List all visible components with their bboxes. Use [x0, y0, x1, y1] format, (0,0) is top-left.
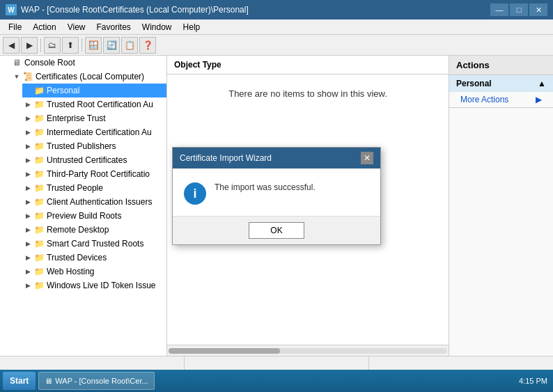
ok-button[interactable]: OK [249, 222, 304, 239]
info-icon: i [184, 182, 206, 205]
folder-icon-third-party: 📁 [33, 168, 45, 180]
expander-intermediate: ▶ [22, 127, 33, 138]
tree-item-personal[interactable]: 📁 Personal [22, 84, 166, 97]
tree-item-trusted-devices[interactable]: ▶ 📁 Trusted Devices [22, 251, 166, 265]
taskbar-app-icon: 🖥 [45, 377, 52, 385]
tree-item-smart-card[interactable]: ▶ 📁 Smart Card Trusted Roots [22, 237, 166, 251]
taskbar-time: 4:15 PM [519, 377, 547, 385]
modal-close-button[interactable]: ✕ [361, 152, 373, 164]
computer-icon: 🖥 [11, 57, 22, 68]
menu-file[interactable]: File [3, 21, 27, 33]
help-button[interactable]: ❓ [139, 37, 156, 54]
up-button[interactable]: ⬆ [62, 37, 79, 54]
actions-section-header-personal[interactable]: Personal ▲ [449, 75, 553, 92]
actions-panel: Actions Personal ▲ More Actions ▶ [449, 56, 553, 356]
tree-label-personal: Personal [47, 86, 79, 95]
taskbar: Start 🖥 WAP - [Console Root\Cer... 4:15 … [0, 370, 553, 392]
tree-item-trusted-publishers[interactable]: ▶ 📁 Trusted Publishers [22, 139, 166, 153]
scrollbar-track[interactable] [169, 348, 447, 354]
folder-icon-enterprise: 📁 [33, 113, 45, 124]
empty-message: There are no items to show in this view. [228, 88, 387, 99]
expander-untrusted: ▶ [22, 155, 33, 166]
tree-item-third-party[interactable]: ▶ 📁 Third-Party Root Certificatio [22, 167, 166, 181]
tree-label-console-root: Console Root [24, 58, 75, 68]
maximize-button[interactable]: □ [510, 3, 528, 16]
expander-trusted-devices: ▶ [22, 252, 33, 263]
tree-label-trusted-root: Trusted Root Certification Au [47, 100, 153, 109]
taskbar-app-wap[interactable]: 🖥 WAP - [Console Root\Cer... [38, 372, 154, 390]
tree-item-untrusted[interactable]: ▶ 📁 Untrusted Certificates [22, 153, 166, 167]
tree-label-trusted-people: Trusted People [47, 183, 103, 193]
status-section-1 [0, 356, 185, 370]
menu-help[interactable]: Help [178, 21, 206, 33]
forward-button[interactable]: ▶ [21, 37, 38, 54]
folder-icon-trusted-root: 📁 [33, 99, 45, 110]
start-button[interactable]: Start [3, 372, 36, 390]
tree-label-windows-live: Windows Live ID Token Issue [47, 281, 156, 290]
folder-icon-trusted-devices: 📁 [33, 252, 45, 263]
tree-item-certificates[interactable]: ▼ 📜 Certificates (Local Computer) [11, 70, 166, 84]
action-item-more-actions[interactable]: More Actions ▶ [449, 92, 553, 107]
folder-icon-windows-live: 📁 [33, 280, 45, 291]
tree-children-root: ▼ 📜 Certificates (Local Computer) 📁 Pers… [0, 70, 166, 292]
actions-section-personal: Personal ▲ More Actions ▶ [449, 75, 553, 108]
toolbar-separator-1 [40, 38, 41, 52]
tree-label-web-hosting: Web Hosting [47, 267, 94, 276]
menu-window[interactable]: Window [137, 21, 178, 33]
tree-item-enterprise-trust[interactable]: ▶ 📁 Enterprise Trust [22, 111, 166, 125]
status-section-3 [369, 356, 553, 370]
tree-item-intermediate[interactable]: ▶ 📁 Intermediate Certification Au [22, 125, 166, 139]
close-button[interactable]: ✕ [529, 3, 547, 16]
toolbar: ◀ ▶ 🗂 ⬆ 🪟 🔄 📋 ❓ [0, 35, 553, 56]
tree-label-publishers: Trusted Publishers [47, 141, 116, 151]
title-bar: W WAP - [Console Root\Certificates (Loca… [0, 0, 553, 19]
tree-label-remote-desktop: Remote Desktop [47, 225, 109, 235]
modal-footer: OK [173, 216, 380, 244]
window-controls: — □ ✕ [490, 3, 547, 16]
certificate-import-wizard-dialog: Certificate Import Wizard ✕ i The import… [172, 147, 381, 245]
refresh-button[interactable]: 🔄 [103, 37, 120, 54]
expander-client-auth: ▶ [22, 196, 33, 207]
status-bar [0, 356, 553, 370]
menu-view[interactable]: View [62, 21, 91, 33]
app-icon: W [6, 4, 17, 15]
tree-item-preview-build[interactable]: ▶ 📁 Preview Build Roots [22, 209, 166, 223]
tree-item-remote-desktop[interactable]: ▶ 📁 Remote Desktop [22, 223, 166, 237]
horizontal-scrollbar[interactable] [167, 345, 449, 356]
expander-certs: ▼ [11, 71, 22, 82]
tree-label-preview-build: Preview Build Roots [47, 211, 121, 221]
show-hide-console-tree[interactable]: 🗂 [44, 37, 61, 54]
modal-title: Certificate Import Wizard [180, 153, 272, 163]
menu-favorites[interactable]: Favorites [91, 21, 137, 33]
tree-panel[interactable]: 🖥 Console Root ▼ 📜 Certificates (Local C… [0, 56, 167, 356]
tree-label-certificates: Certificates (Local Computer) [36, 72, 144, 81]
tree-label-client-auth: Client Authentication Issuers [47, 197, 152, 207]
menu-action[interactable]: Action [27, 21, 61, 33]
folder-icon-publishers: 📁 [33, 141, 45, 152]
tree-item-windows-live[interactable]: ▶ 📁 Windows Live ID Token Issue [22, 279, 166, 292]
folder-icon-remote-desktop: 📁 [33, 224, 45, 235]
folder-icon-personal: 📁 [33, 85, 45, 96]
folder-icon-preview-build: 📁 [33, 210, 45, 221]
tree-item-web-hosting[interactable]: ▶ 📁 Web Hosting [22, 265, 166, 279]
tree-item-trusted-people[interactable]: ▶ 📁 Trusted People [22, 181, 166, 195]
taskbar-right: 4:15 PM [519, 377, 550, 385]
start-label: Start [10, 376, 29, 386]
toolbar-separator-2 [81, 38, 82, 52]
modal-titlebar: Certificate Import Wizard ✕ [173, 148, 380, 168]
new-window[interactable]: 🪟 [85, 37, 102, 54]
folder-icon-smart-card: 📁 [33, 238, 45, 249]
tree-item-console-root[interactable]: 🖥 Console Root [0, 56, 166, 70]
actions-header: Actions [449, 56, 553, 75]
tree-item-trusted-root[interactable]: ▶ 📁 Trusted Root Certification Au [22, 97, 166, 111]
back-button[interactable]: ◀ [3, 37, 20, 54]
modal-body: i The import was successful. [173, 168, 380, 216]
minimize-button[interactable]: — [490, 3, 508, 16]
folder-icon-client-auth: 📁 [33, 196, 45, 207]
tree-item-client-auth[interactable]: ▶ 📁 Client Authentication Issuers [22, 195, 166, 209]
export-list[interactable]: 📋 [121, 37, 138, 54]
scrollbar-thumb[interactable] [169, 348, 280, 354]
tree-label-smart-card: Smart Card Trusted Roots [47, 239, 143, 249]
expander-personal [22, 85, 33, 96]
folder-icon-intermediate: 📁 [33, 127, 45, 138]
